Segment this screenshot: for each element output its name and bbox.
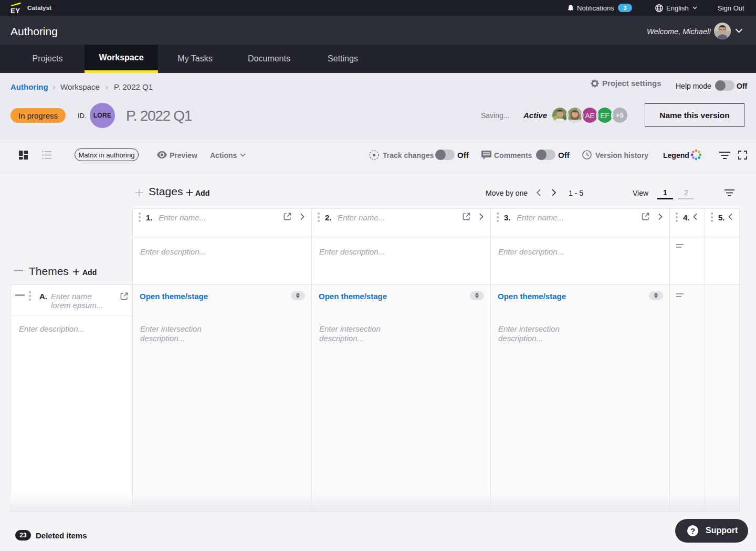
- svg-text:AE: AE: [585, 112, 594, 120]
- svg-text:EF: EF: [600, 112, 609, 120]
- svg-text:+5: +5: [616, 112, 623, 119]
- svg-text:EY: EY: [10, 7, 20, 14]
